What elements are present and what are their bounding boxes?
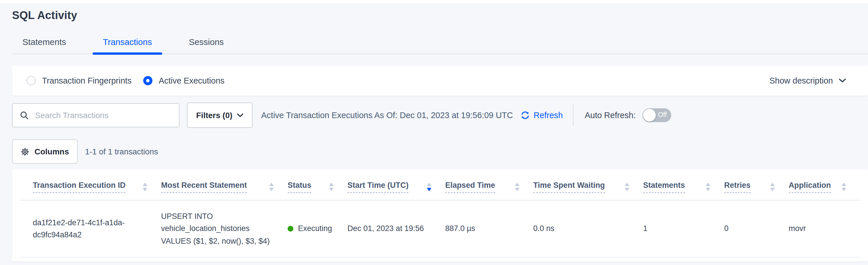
radio-label: Transaction Fingerprints — [42, 76, 132, 85]
columns-label: Columns — [34, 147, 69, 156]
cell-status: Executing — [288, 200, 347, 257]
sort-icon — [515, 183, 520, 191]
view-mode-radio-group: Transaction Fingerprints Active Executio… — [27, 76, 225, 85]
view-mode-card: Transaction Fingerprints Active Executio… — [12, 66, 868, 96]
status-executing-dot-icon — [288, 226, 293, 232]
table-row: da1f21e2-de71-4c1f-a1da-dc9fc94a84a2 UPS… — [20, 200, 860, 257]
column-header-transaction-execution-id[interactable]: Transaction Execution ID — [20, 172, 161, 200]
sort-icon — [706, 183, 710, 191]
column-header-start-time[interactable]: Start Time (UTC) — [347, 172, 445, 200]
transactions-table: Transaction Execution ID Most Recent Sta… — [20, 172, 860, 258]
filters-button[interactable]: Filters (0) — [187, 103, 252, 128]
column-header-statements[interactable]: Statements — [643, 172, 724, 200]
auto-refresh-label: Auto Refresh: — [585, 111, 636, 120]
cell-elapsed-time: 887.0 µs — [445, 200, 533, 257]
refresh-button[interactable]: Refresh — [520, 110, 563, 121]
toggle-knob — [643, 109, 656, 122]
sort-icon — [841, 183, 846, 191]
radio-transaction-fingerprints[interactable]: Transaction Fingerprints — [27, 76, 132, 85]
column-header-retries[interactable]: Retries — [724, 172, 788, 200]
chevron-down-icon — [839, 78, 846, 83]
sort-icon-active-desc — [427, 183, 431, 191]
radio-label: Active Executions — [159, 76, 225, 85]
table-header-row: Transaction Execution ID Most Recent Sta… — [20, 172, 860, 200]
gear-icon — [21, 147, 29, 156]
page-title: SQL Activity — [12, 9, 868, 22]
radio-unselected-icon[interactable] — [27, 76, 36, 85]
status-label: Executing — [298, 223, 332, 235]
sort-icon — [770, 183, 775, 191]
as-of-timestamp: Active Transaction Executions As Of: Dec… — [261, 111, 513, 120]
column-header-most-recent-statement[interactable]: Most Recent Statement — [161, 172, 288, 200]
sort-icon — [269, 183, 274, 191]
columns-button[interactable]: Columns — [12, 139, 78, 164]
refresh-label: Refresh — [533, 111, 563, 120]
cell-most-recent-statement: UPSERT INTO vehicle_location_histories V… — [161, 200, 288, 257]
tab-bar: Statements Transactions Sessions — [12, 32, 868, 54]
column-header-status[interactable]: Status — [288, 172, 347, 200]
radio-active-executions[interactable]: Active Executions — [143, 76, 225, 85]
tab-statements[interactable]: Statements — [12, 32, 76, 54]
sql-activity-page: SQL Activity Statements Transactions Ses… — [0, 0, 868, 265]
sort-icon — [329, 183, 334, 191]
show-description-toggle[interactable]: Show description — [769, 76, 846, 85]
controls-row: Filters (0) Active Transaction Execution… — [12, 103, 868, 127]
top-strip — [0, 0, 868, 3]
search-box[interactable] — [12, 103, 180, 127]
column-header-time-spent-waiting[interactable]: Time Spent Waiting — [533, 172, 643, 200]
cell-application: movr — [788, 200, 860, 257]
filters-label: Filters (0) — [196, 111, 232, 120]
radio-selected-icon[interactable] — [143, 76, 152, 85]
cell-time-spent-waiting: 0.0 ns — [533, 200, 643, 257]
transactions-table-card: Transaction Execution ID Most Recent Sta… — [12, 169, 868, 262]
chevron-down-icon — [237, 113, 243, 117]
cell-start-time: Dec 01, 2023 at 19:56 — [347, 200, 445, 257]
cell-statements: 1 — [643, 200, 724, 257]
column-header-application[interactable]: Application — [788, 172, 860, 200]
search-input[interactable] — [34, 110, 172, 121]
search-icon — [20, 111, 29, 120]
results-count: 1-1 of 1 transactions — [85, 147, 158, 156]
vertical-divider — [573, 104, 574, 126]
cell-transaction-execution-id[interactable]: da1f21e2-de71-4c1f-a1da-dc9fc94a84a2 — [20, 200, 161, 257]
cell-retries: 0 — [724, 200, 788, 257]
refresh-icon — [520, 110, 530, 121]
table-toolbar: Columns 1-1 of 1 transactions — [12, 139, 868, 164]
show-description-label: Show description — [769, 76, 833, 85]
auto-refresh-toggle[interactable]: Off — [643, 108, 671, 122]
sort-icon — [625, 183, 629, 191]
column-header-elapsed-time[interactable]: Elapsed Time — [445, 172, 533, 200]
sort-icon — [143, 183, 147, 191]
tab-transactions[interactable]: Transactions — [93, 32, 162, 54]
tab-sessions[interactable]: Sessions — [178, 32, 234, 54]
toggle-state-label: Off — [658, 111, 667, 118]
